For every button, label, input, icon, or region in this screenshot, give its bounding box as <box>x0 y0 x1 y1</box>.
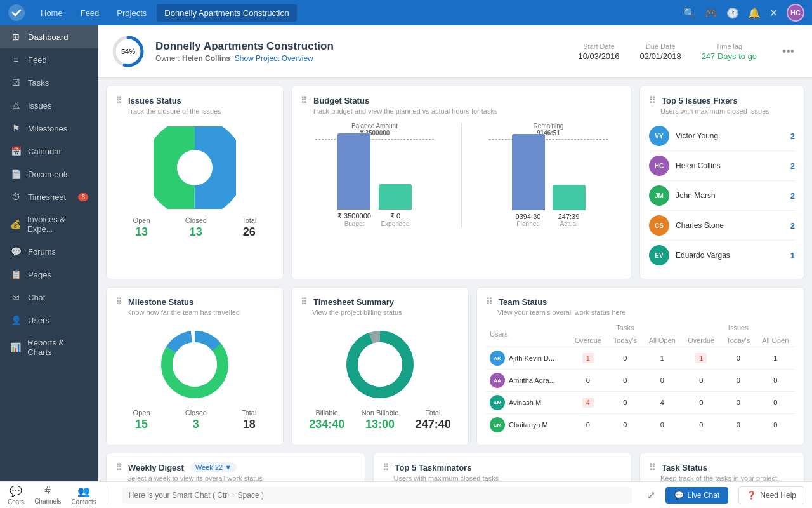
clock-icon[interactable]: 🕐 <box>726 7 739 19</box>
sidebar-item-calendar[interactable]: 📅 Calendar <box>0 140 98 163</box>
sidebar-item-users[interactable]: 👤 Users <box>0 309 98 331</box>
main-content: 54% Donnelly Apartments Construction Own… <box>98 25 812 481</box>
timesheet-total-stat: Total 247:40 <box>416 409 451 431</box>
week-badge[interactable]: Week 22 ▼ <box>190 462 237 472</box>
team-row: CM Chaitanya M 0 0 0 0 0 0 <box>486 414 795 436</box>
fixer-item: HC Helen Collins 2 <box>649 151 795 181</box>
issues-closed-stat: Closed 13 <box>185 217 207 239</box>
col-issues: Issues <box>682 321 795 334</box>
fixer-count: 2 <box>790 191 795 201</box>
col-users: Users <box>486 321 568 347</box>
sidebar-item-chat[interactable]: ✉ Chat <box>0 286 98 309</box>
sidebar-item-reports[interactable]: 📊 Reports & Charts <box>0 331 98 363</box>
project-header: 54% Donnelly Apartments Construction Own… <box>98 25 812 78</box>
sidebar-item-timesheet[interactable]: ⏱ Timesheet 6 <box>0 185 98 208</box>
weekly-digest-title: ⠿ Weekly Digest Week 22 ▼ <box>115 462 356 472</box>
search-icon[interactable]: 🔍 <box>683 7 696 19</box>
nav-home[interactable]: Home <box>33 4 70 22</box>
bell-icon[interactable]: 🔔 <box>748 7 761 19</box>
issues-status-title: ⠿ Issues Status <box>115 95 274 105</box>
footer-contacts[interactable]: 👥 Contacts <box>71 485 96 505</box>
svg-point-11 <box>358 342 402 387</box>
smart-chat-input[interactable] <box>122 487 632 504</box>
fixer-count: 2 <box>790 161 795 171</box>
reports-icon: 📊 <box>10 342 21 352</box>
top5-fixers-subtitle: Users with maximum closed Issues <box>660 107 795 115</box>
documents-icon: 📄 <box>10 169 22 179</box>
user-avatar[interactable]: HC <box>787 4 804 22</box>
task-status-title: ⠿ Task Status <box>649 462 795 472</box>
sidebar-label-tasks: Tasks <box>28 78 49 88</box>
budget-status-card: ⠿ Budget Status Track budget and view th… <box>291 86 632 279</box>
main-layout: ⊞ Dashboard ≡ Feed ☑ Tasks ⚠ Issues ⚑ Mi… <box>0 25 812 481</box>
sidebar-item-milestones[interactable]: ⚑ Milestones <box>0 117 98 140</box>
close-icon[interactable]: ✕ <box>769 7 778 19</box>
gamepad-icon[interactable]: 🎮 <box>705 7 717 19</box>
issues-status-card: ⠿ Issues Status Track the closure of the… <box>106 86 284 279</box>
taskminators-title: ⠿ Top 5 Taskminators <box>383 462 623 472</box>
footer-channels[interactable]: # Channels <box>34 485 61 505</box>
sidebar-item-dashboard[interactable]: ⊞ Dashboard <box>0 25 98 48</box>
task-status-drag-handle[interactable]: ⠿ <box>649 462 655 472</box>
progress-label: 54% <box>121 48 135 55</box>
chats-label: Chats <box>8 498 24 505</box>
timesheet-summary-card: ⠿ Timesheet Summary View the project bil… <box>291 287 469 445</box>
sidebar-item-issues[interactable]: ⚠ Issues <box>0 94 98 117</box>
fixer-name: Victor Young <box>676 131 784 140</box>
issues-stats: Open 13 Closed 13 Total 26 <box>115 217 274 239</box>
live-chat-button[interactable]: 💬 Live Chat <box>665 487 729 504</box>
milestone-donut-chart <box>115 326 274 403</box>
task-overdue-cell: 1 <box>568 347 607 370</box>
milestone-total-stat: Total 18 <box>242 409 256 431</box>
team-status-card: ⠿ Team Status View your team's overall w… <box>476 287 804 445</box>
issues-icon: ⚠ <box>10 100 22 110</box>
weekly-drag-handle[interactable]: ⠿ <box>115 462 122 472</box>
team-drag-handle[interactable]: ⠿ <box>486 297 492 307</box>
footer-chats[interactable]: 💬 Chats <box>8 485 24 505</box>
fixer-item: EV Eduardo Vargas 1 <box>649 241 795 270</box>
issues-overdue-header: Overdue <box>682 334 721 347</box>
fixers-drag-handle[interactable]: ⠿ <box>649 95 655 105</box>
issues-allopen-header: All Open <box>756 334 795 347</box>
footer-divider <box>107 486 107 504</box>
chat-icon: ✉ <box>10 292 22 302</box>
sidebar-item-documents[interactable]: 📄 Documents <box>0 163 98 185</box>
sidebar-label-forums: Forums <box>28 247 56 257</box>
nav-current-project[interactable]: Donnelly Apartments Construction <box>157 4 297 22</box>
timesheet-summary-title: ⠿ Timesheet Summary <box>301 297 459 307</box>
timesheet-drag-handle[interactable]: ⠿ <box>301 297 307 307</box>
sidebar-label-documents: Documents <box>28 170 70 179</box>
fixer-name: Eduardo Vargas <box>676 251 784 260</box>
show-overview-link[interactable]: Show Project Overview <box>235 54 313 63</box>
sidebar-item-invoices[interactable]: 💰 Invoices & Expe... <box>0 208 98 240</box>
timesheet-badge: 6 <box>78 193 88 201</box>
users-icon: 👤 <box>10 315 22 325</box>
milestone-stats: Open 15 Closed 3 Total 18 <box>115 409 274 431</box>
more-options-button[interactable]: ••• <box>777 43 799 61</box>
team-row: AK Ajith Kevin D... 1 0 1 1 0 1 <box>486 347 795 370</box>
sidebar-item-tasks[interactable]: ☑ Tasks <box>0 71 98 94</box>
taskminators-drag-handle[interactable]: ⠿ <box>383 462 389 472</box>
budget-drag-handle[interactable]: ⠿ <box>301 95 307 105</box>
app-logo[interactable] <box>8 4 25 22</box>
svg-point-5 <box>177 150 213 185</box>
nav-projects[interactable]: Projects <box>109 4 154 22</box>
sidebar-label-chat: Chat <box>28 293 45 302</box>
sidebar-item-pages[interactable]: 📋 Pages <box>0 263 98 286</box>
sidebar-label-dashboard: Dashboard <box>28 32 69 42</box>
team-row: AM Avinash M 4 0 4 0 0 0 <box>486 392 795 414</box>
team-user-cell: AK Ajith Kevin D... <box>486 347 568 370</box>
top5-fixers-card: ⠿ Top 5 Issues Fixers Users with maximum… <box>639 86 804 279</box>
sidebar-item-feed[interactable]: ≡ Feed <box>0 48 98 71</box>
collapse-button[interactable]: ⤢ <box>647 489 655 501</box>
tasks-overdue-header: Overdue <box>568 334 607 347</box>
milestone-drag-handle[interactable]: ⠿ <box>115 297 122 307</box>
fixer-avatar: HC <box>649 156 669 176</box>
issues-drag-handle[interactable]: ⠿ <box>115 95 122 105</box>
timesheet-donut-chart <box>301 326 459 403</box>
project-owner: Owner: Helen Collins Show Project Overvi… <box>155 54 334 63</box>
calendar-icon: 📅 <box>10 146 22 156</box>
sidebar-item-forums[interactable]: 💬 Forums <box>0 240 98 263</box>
nav-feed[interactable]: Feed <box>73 4 107 22</box>
need-help-button[interactable]: ❓ Need Help <box>738 486 804 504</box>
